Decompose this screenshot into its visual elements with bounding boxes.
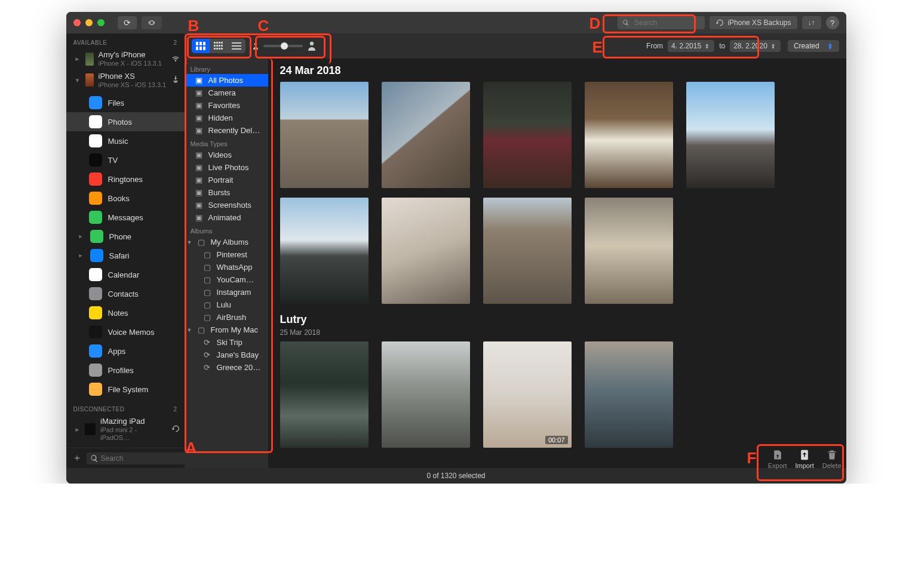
albums-group-my-albums[interactable]: ▼▢My Albums [185,236,268,248]
mac-album-jane-s-bday[interactable]: ⟳Jane's Bday [193,349,268,361]
global-search[interactable] [618,16,705,29]
sidebar-search-input[interactable] [87,452,185,464]
search-icon [90,454,99,463]
photo-thumbnail[interactable]: 00:07 [483,341,572,448]
disclosure-icon[interactable]: ▼ [75,77,81,84]
sidebar-app-contacts[interactable]: Contacts [66,284,185,303]
photo-thumbnail[interactable] [585,82,673,188]
delete-button[interactable]: Delete [822,449,842,469]
disclosure-icon[interactable]: ► [78,253,84,258]
sidebar-app-tv[interactable]: TV [66,150,185,170]
album-instagram[interactable]: ▢Instagram [193,286,268,298]
album-icon: ▢ [202,313,212,322]
svg-rect-17 [221,48,223,50]
sort-dropdown[interactable]: Created ▲▼ [788,40,839,52]
sidebar-app-notes[interactable]: Notes [66,303,185,322]
library-item-camera[interactable]: ▣Camera [185,87,268,99]
app-label: Profiles [108,366,134,375]
device-row[interactable]: ▼ iPhone XS iPhone XS - iOS 13.3.1 [66,70,185,91]
disclosure-icon[interactable]: ► [75,56,81,62]
sidebar-app-phone[interactable]: ►Phone [66,227,185,246]
album-airbrush[interactable]: ▢AirBrush [193,311,268,324]
add-button[interactable]: ＋ [72,452,82,464]
sidebar-app-calendar[interactable]: Calendar [66,265,185,284]
photo-thumbnail[interactable] [280,198,369,304]
sidebar-app-music[interactable]: Music [66,131,185,150]
albums-group-from-mac[interactable]: ▼▢From My Mac [185,324,268,336]
library-item-recently-del-[interactable]: ▣Recently Del… [185,124,268,137]
photo-thumbnail[interactable] [382,341,470,448]
device-sub: iPhone X - iOS 13.3.1 [99,60,162,67]
library-sidebar: Library ▣All Photos▣Camera▣Favorites▣Hid… [185,59,268,468]
photo-thumbnail[interactable] [483,198,572,304]
device-row[interactable]: ► iMazing iPad iPad mini 2 - iPadOS… [66,415,185,444]
sidebar-app-photos[interactable]: Photos [66,112,185,131]
photo-thumbnail[interactable] [280,341,369,448]
preview-button[interactable] [142,16,162,29]
photo-thumbnail[interactable] [280,82,369,188]
album-youcam-[interactable]: ▢YouCam… [193,273,268,286]
album-pinterest[interactable]: ▢Pinterest [193,248,268,261]
media-type-live-photos[interactable]: ▣Live Photos [185,161,268,174]
sidebar-app-books[interactable]: Books [66,189,185,208]
sidebar-app-messages[interactable]: Messages [66,208,185,227]
photo-thumbnail[interactable] [483,82,572,188]
sidebar-app-files[interactable]: Files [66,93,185,112]
media-type-portrait[interactable]: ▣Portrait [185,174,268,186]
backups-button[interactable]: iPhone XS Backups [710,16,797,29]
sidebar-app-profiles[interactable]: Profiles [66,361,185,380]
library-item-all-photos[interactable]: ▣All Photos [185,74,268,87]
app-label: TV [108,156,118,165]
global-search-input[interactable] [633,18,700,27]
thumbnail-size-slider[interactable] [253,41,316,51]
photo-thumbnail[interactable] [585,198,673,304]
window-close-button[interactable] [73,19,81,26]
sidebar-app-ringtones[interactable]: Ringtones [66,170,185,189]
transfer-button[interactable]: ↓↑ [802,16,821,29]
library-item-label: Favorites [208,101,240,110]
sidebar-app-voice-memos[interactable]: Voice Memos [66,322,185,341]
view-mode-segment [192,39,245,53]
album-whatsapp[interactable]: ▢WhatsApp [193,261,268,273]
photo-thumbnail[interactable] [585,341,673,448]
disclosure-icon[interactable]: ► [78,233,84,239]
media-type-screenshots[interactable]: ▣Screenshots [185,199,268,211]
disclosure-icon[interactable]: ► [75,426,81,433]
library-item-hidden[interactable]: ▣Hidden [185,112,268,124]
app-list: FilesPhotosMusicTVRingtonesBooksMessages… [66,91,185,400]
stepper-icon[interactable]: ▲▼ [771,43,777,49]
media-type-bursts[interactable]: ▣Bursts [185,186,268,199]
photo-thumbnail[interactable] [686,82,775,188]
stepper-icon[interactable]: ▲▼ [705,43,711,49]
view-list[interactable] [228,39,245,53]
sort-label: Created [794,42,819,50]
library-item-favorites[interactable]: ▣Favorites [185,99,268,112]
person-large-icon [308,41,316,51]
mac-album-greece-[interactable]: ⟳Greece 20… [193,361,268,374]
device-row[interactable]: ► Amy's iPhone iPhone X - iOS 13.3.1 [66,48,185,70]
svg-rect-8 [219,42,220,44]
mac-album-ski-trip[interactable]: ⟳Ski Trip [193,336,268,349]
photo-grid[interactable]: 24 Mar 2018 Lutry 2 [268,59,846,468]
import-button[interactable]: Import [796,449,814,469]
export-button[interactable]: Export [768,449,787,469]
window-minimize-button[interactable] [85,19,93,26]
size-track[interactable] [263,45,303,47]
sidebar-app-safari[interactable]: ►Safari [66,246,185,265]
photo-thumbnail[interactable] [382,198,470,304]
window-zoom-button[interactable] [97,19,105,26]
section-title: 24 Mar 2018 [280,64,839,77]
help-button[interactable]: ? [826,16,839,29]
view-large-grid[interactable] [192,39,210,53]
refresh-button[interactable]: ⟳ [118,16,137,29]
media-type-videos[interactable]: ▣Videos [185,149,268,161]
from-date-field[interactable]: 4. 2.2015 ▲▼ [668,40,714,52]
media-type-animated[interactable]: ▣Animated [185,211,268,224]
slider-knob[interactable] [281,42,288,50]
photo-thumbnail[interactable] [382,82,470,188]
album-lulu[interactable]: ▢Lulu [193,298,268,311]
sidebar-app-apps[interactable]: Apps [66,341,185,361]
view-small-grid[interactable] [210,39,228,53]
to-date-field[interactable]: 28. 2.2020 ▲▼ [730,40,781,52]
sidebar-app-file-system[interactable]: File System [66,380,185,399]
